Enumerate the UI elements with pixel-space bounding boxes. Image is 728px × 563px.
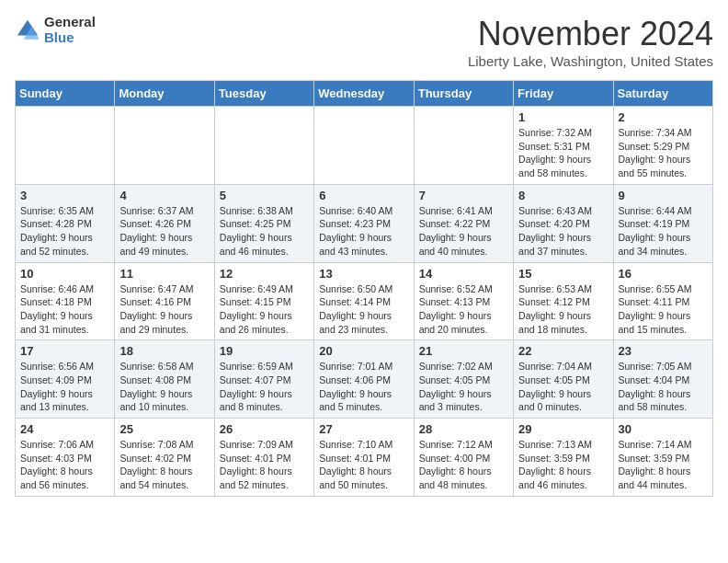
day-info: Sunrise: 6:37 AM Sunset: 4:26 PM Dayligh… [119,204,209,259]
calendar-cell: 26Sunrise: 7:09 AM Sunset: 4:01 PM Dayli… [214,419,313,497]
day-info: Sunrise: 7:09 AM Sunset: 4:01 PM Dayligh… [220,438,309,492]
day-number: 13 [319,267,408,281]
logo-text: General Blue [44,15,96,45]
calendar-cell: 10Sunrise: 6:46 AM Sunset: 4:18 PM Dayli… [16,262,115,340]
calendar-cell: 11Sunrise: 6:47 AM Sunset: 4:16 PM Dayli… [115,262,214,340]
day-number: 14 [419,267,508,281]
day-info: Sunrise: 6:41 AM Sunset: 4:22 PM Dayligh… [419,204,508,259]
day-number: 20 [319,344,408,358]
day-number: 9 [619,189,708,202]
calendar-cell: 25Sunrise: 7:08 AM Sunset: 4:02 PM Dayli… [115,419,214,497]
day-info: Sunrise: 6:47 AM Sunset: 4:16 PM Dayligh… [119,282,209,337]
calendar-cell: 7Sunrise: 6:41 AM Sunset: 4:22 PM Daylig… [414,184,513,262]
day-info: Sunrise: 7:13 AM Sunset: 3:59 PM Dayligh… [518,438,608,492]
weekday-header-saturday: Saturday [613,81,712,107]
day-number: 5 [220,189,309,202]
week-row-3: 17Sunrise: 6:56 AM Sunset: 4:09 PM Dayli… [16,340,713,419]
calendar-cell: 1Sunrise: 7:32 AM Sunset: 5:31 PM Daylig… [514,107,613,185]
weekday-header-tuesday: Tuesday [214,81,313,107]
logo: General Blue [15,15,96,45]
calendar-cell [214,107,313,185]
weekday-header-wednesday: Wednesday [314,81,414,107]
calendar-cell [314,107,414,185]
day-number: 4 [119,189,209,202]
calendar-cell: 2Sunrise: 7:34 AM Sunset: 5:29 PM Daylig… [613,107,712,185]
weekday-header-sunday: Sunday [16,81,115,107]
calendar-cell: 27Sunrise: 7:10 AM Sunset: 4:01 PM Dayli… [314,419,414,497]
day-info: Sunrise: 6:46 AM Sunset: 4:18 PM Dayligh… [20,282,109,337]
day-number: 10 [20,267,109,281]
day-info: Sunrise: 7:12 AM Sunset: 4:00 PM Dayligh… [419,438,508,492]
day-number: 28 [419,422,508,436]
calendar-cell [414,107,513,185]
day-info: Sunrise: 7:14 AM Sunset: 3:59 PM Dayligh… [619,438,708,492]
day-info: Sunrise: 6:50 AM Sunset: 4:14 PM Dayligh… [319,282,408,337]
calendar-cell: 17Sunrise: 6:56 AM Sunset: 4:09 PM Dayli… [16,340,115,419]
day-number: 22 [518,344,608,358]
day-number: 7 [419,189,508,202]
calendar-cell: 20Sunrise: 7:01 AM Sunset: 4:06 PM Dayli… [314,340,414,419]
day-number: 25 [119,422,209,436]
calendar-cell: 21Sunrise: 7:02 AM Sunset: 4:05 PM Dayli… [414,340,513,419]
day-number: 24 [20,422,109,436]
day-number: 26 [220,422,309,436]
calendar-cell: 19Sunrise: 6:59 AM Sunset: 4:07 PM Dayli… [214,340,313,419]
calendar-body: 1Sunrise: 7:32 AM Sunset: 5:31 PM Daylig… [16,107,713,497]
day-number: 12 [220,267,309,281]
day-number: 8 [518,189,608,202]
day-info: Sunrise: 7:34 AM Sunset: 5:29 PM Dayligh… [619,126,708,180]
calendar-cell: 3Sunrise: 6:35 AM Sunset: 4:28 PM Daylig… [16,184,115,262]
day-info: Sunrise: 6:59 AM Sunset: 4:07 PM Dayligh… [220,360,309,414]
day-info: Sunrise: 6:40 AM Sunset: 4:23 PM Dayligh… [319,204,408,259]
calendar-cell [115,107,214,185]
day-info: Sunrise: 6:35 AM Sunset: 4:28 PM Dayligh… [20,204,109,259]
day-info: Sunrise: 6:58 AM Sunset: 4:08 PM Dayligh… [119,360,209,414]
month-title: November 2024 [468,15,713,53]
day-info: Sunrise: 6:43 AM Sunset: 4:20 PM Dayligh… [518,204,608,259]
day-number: 1 [518,110,608,124]
day-info: Sunrise: 6:38 AM Sunset: 4:25 PM Dayligh… [220,204,309,259]
day-info: Sunrise: 6:44 AM Sunset: 4:19 PM Dayligh… [619,204,708,259]
day-number: 18 [119,344,209,358]
day-number: 17 [20,344,109,358]
day-info: Sunrise: 7:04 AM Sunset: 4:05 PM Dayligh… [518,360,608,414]
week-row-1: 3Sunrise: 6:35 AM Sunset: 4:28 PM Daylig… [16,184,713,262]
week-row-2: 10Sunrise: 6:46 AM Sunset: 4:18 PM Dayli… [16,262,713,340]
calendar-cell: 9Sunrise: 6:44 AM Sunset: 4:19 PM Daylig… [613,184,712,262]
calendar-table: SundayMondayTuesdayWednesdayThursdayFrid… [15,80,713,497]
title-area: November 2024 Liberty Lake, Washington, … [468,15,713,69]
calendar-cell: 29Sunrise: 7:13 AM Sunset: 3:59 PM Dayli… [514,419,613,497]
day-info: Sunrise: 6:52 AM Sunset: 4:13 PM Dayligh… [419,282,508,337]
day-number: 15 [518,267,608,281]
weekday-header-friday: Friday [514,81,613,107]
day-info: Sunrise: 7:02 AM Sunset: 4:05 PM Dayligh… [419,360,508,414]
calendar-cell [16,107,115,185]
day-number: 6 [319,189,408,202]
calendar-cell: 30Sunrise: 7:14 AM Sunset: 3:59 PM Dayli… [613,419,712,497]
calendar-cell: 14Sunrise: 6:52 AM Sunset: 4:13 PM Dayli… [414,262,513,340]
calendar-cell: 22Sunrise: 7:04 AM Sunset: 4:05 PM Dayli… [514,340,613,419]
day-number: 3 [20,189,109,202]
weekday-header-monday: Monday [115,81,214,107]
weekday-header-thursday: Thursday [414,81,513,107]
calendar-header: SundayMondayTuesdayWednesdayThursdayFrid… [16,81,713,107]
calendar-cell: 8Sunrise: 6:43 AM Sunset: 4:20 PM Daylig… [514,184,613,262]
day-info: Sunrise: 7:05 AM Sunset: 4:04 PM Dayligh… [619,360,708,414]
calendar-cell: 18Sunrise: 6:58 AM Sunset: 4:08 PM Dayli… [115,340,214,419]
calendar-cell: 16Sunrise: 6:55 AM Sunset: 4:11 PM Dayli… [613,262,712,340]
day-info: Sunrise: 7:01 AM Sunset: 4:06 PM Dayligh… [319,360,408,414]
day-number: 27 [319,422,408,436]
weekday-header-row: SundayMondayTuesdayWednesdayThursdayFrid… [16,81,713,107]
day-info: Sunrise: 6:55 AM Sunset: 4:11 PM Dayligh… [619,282,708,337]
day-number: 23 [619,344,708,358]
day-number: 16 [619,267,708,281]
day-number: 30 [619,422,708,436]
day-info: Sunrise: 6:53 AM Sunset: 4:12 PM Dayligh… [518,282,608,337]
logo-blue-label: Blue [44,30,96,46]
day-number: 29 [518,422,608,436]
logo-icon [15,17,40,43]
day-info: Sunrise: 7:08 AM Sunset: 4:02 PM Dayligh… [119,438,209,492]
logo-general-label: General [44,15,96,30]
calendar-cell: 24Sunrise: 7:06 AM Sunset: 4:03 PM Dayli… [16,419,115,497]
calendar-cell: 23Sunrise: 7:05 AM Sunset: 4:04 PM Dayli… [613,340,712,419]
